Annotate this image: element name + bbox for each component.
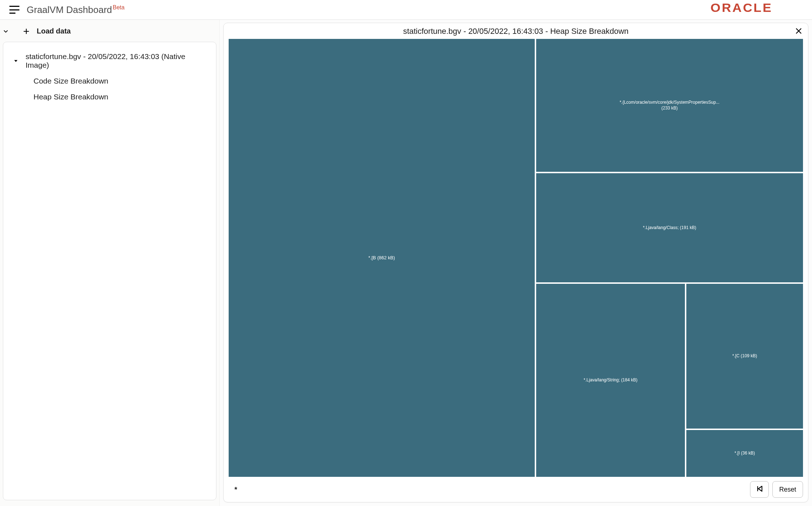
file-tree-root-label: staticfortune.bgv - 20/05/2022, 16:43:03… xyxy=(26,52,210,70)
plus-icon[interactable] xyxy=(22,27,30,35)
file-tree-child-heap-size[interactable]: Heap Size Breakdown xyxy=(8,89,212,105)
load-data-row[interactable]: Load data xyxy=(1,23,219,40)
treemap-chart: *.[B (862 kB) *.{Lcom/oracle/svm/core/jd… xyxy=(228,38,804,478)
back-button[interactable] xyxy=(750,481,769,498)
treemap-cell[interactable]: *.Ljava/lang/Class; (191 kB) xyxy=(535,173,804,283)
caret-down-icon xyxy=(13,58,19,64)
file-tree-root[interactable]: staticfortune.bgv - 20/05/2022, 16:43:03… xyxy=(8,49,212,73)
treemap-cell[interactable]: *.[C (109 kB) xyxy=(686,283,804,429)
file-tree-child-code-size[interactable]: Code Size Breakdown xyxy=(8,73,212,89)
skip-back-icon xyxy=(755,484,764,495)
viz-title: staticfortune.bgv - 20/05/2022, 16:43:03… xyxy=(403,27,628,36)
treemap-cell[interactable]: *.[B (862 kB) xyxy=(228,38,535,478)
viz-card: staticfortune.bgv - 20/05/2022, 16:43:03… xyxy=(223,23,808,502)
load-data-label: Load data xyxy=(37,27,71,35)
treemap-cell[interactable]: *.[I (36 kB) xyxy=(686,429,804,478)
chevron-down-icon[interactable] xyxy=(2,28,9,35)
sidebar: Load data staticfortune.bgv - 20/05/2022… xyxy=(0,20,220,506)
main-panel: staticfortune.bgv - 20/05/2022, 16:43:03… xyxy=(220,20,812,506)
file-tree-panel: staticfortune.bgv - 20/05/2022, 16:43:03… xyxy=(3,42,216,500)
reset-button[interactable]: Reset xyxy=(772,481,803,498)
breadcrumb: * xyxy=(234,485,237,494)
app-title: GraalVM DashboardBeta xyxy=(27,4,125,15)
menu-icon[interactable] xyxy=(9,6,19,14)
treemap-cell[interactable]: *.Ljava/lang/String; (184 kB) xyxy=(535,283,686,478)
treemap-cell[interactable]: *.{Lcom/oracle/svm/core/jdk/SystemProper… xyxy=(535,38,804,173)
close-icon[interactable] xyxy=(794,27,803,35)
oracle-logo: ORACLE xyxy=(710,2,808,17)
topbar: GraalVM DashboardBeta ORACLE xyxy=(0,0,812,20)
beta-badge: Beta xyxy=(113,4,125,10)
svg-text:ORACLE: ORACLE xyxy=(710,2,772,14)
